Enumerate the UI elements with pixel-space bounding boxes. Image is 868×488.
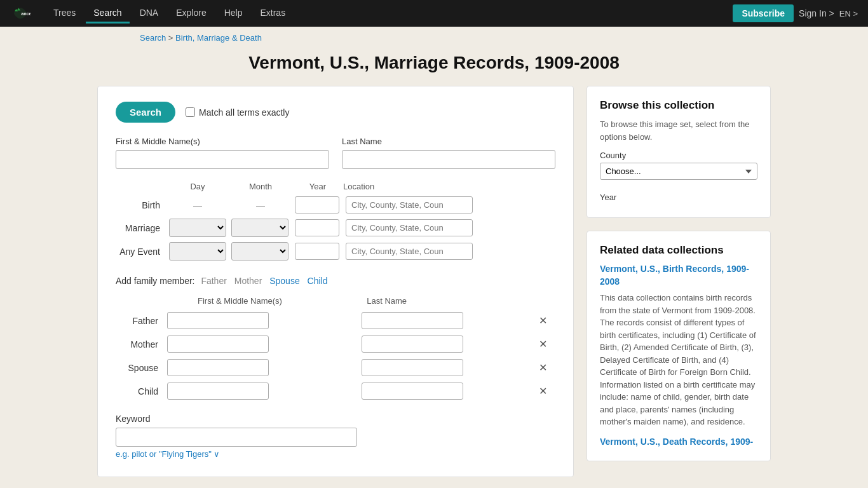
marriage-label: Marriage [116,216,166,240]
father-first-input[interactable] [167,312,269,329]
breadcrumb-search[interactable]: Search [140,33,166,43]
nav-links: Trees Search DNA Explore Help Extras [46,4,733,24]
browse-desc: To browse this image set, select from th… [600,118,757,143]
family-link-father[interactable]: Father [201,276,226,286]
keyword-section: Keyword e.g. pilot or "Flying Tigers" ∨ [116,414,555,459]
spouse-first-input[interactable] [167,359,269,376]
related-card: Related data collections Vermont, U.S., … [587,231,771,461]
county-label: County [600,151,757,160]
birth-label: Birth [116,194,166,216]
nav-extras[interactable]: Extras [252,4,293,24]
birth-location-input[interactable] [346,196,473,214]
first-name-input[interactable] [116,150,329,169]
keyword-label: Keyword [116,414,555,424]
spouse-remove-button[interactable]: ✕ [539,362,547,374]
spouse-label: Spouse [117,356,165,379]
first-name-group: First & Middle Name(s) [116,137,329,169]
family-link-mother[interactable]: Mother [234,276,262,286]
family-link-spouse[interactable]: Spouse [269,276,299,286]
child-remove-button[interactable]: ✕ [539,385,547,397]
last-name-input[interactable] [342,150,555,169]
mother-label: Mother [117,333,165,355]
sidebar: Browse this collection To browse this im… [587,86,771,477]
father-label: Father [117,309,165,332]
county-select[interactable]: Choose... [600,163,757,180]
any-event-location-input[interactable] [346,243,473,260]
keyword-input[interactable] [116,428,357,447]
col-day: Day [166,182,229,194]
last-name-label: Last Name [342,137,555,146]
event-table: Day Month Year Location Birth — — Marria [116,182,555,263]
mother-last-input[interactable] [362,336,463,353]
related-item-1: Vermont, U.S., Death Records, 1909- [600,436,757,449]
logo[interactable]: ancestry [10,6,31,20]
browse-card: Browse this collection To browse this im… [587,86,771,218]
col-location: Location [343,182,555,194]
marriage-day-select[interactable] [169,219,226,237]
breadcrumb-separator: > [168,33,175,43]
any-event-year-input[interactable] [295,243,339,260]
birth-day-dash: — [166,194,229,216]
any-event-day-select[interactable] [169,242,226,261]
nav-dna[interactable]: DNA [132,4,166,24]
nav-explore[interactable]: Explore [168,4,214,24]
name-row: First & Middle Name(s) Last Name [116,137,555,169]
any-event-month-select[interactable] [231,242,288,261]
spouse-last-input[interactable] [362,359,463,376]
family-row-child: Child ✕ [117,380,554,402]
mother-remove-button[interactable]: ✕ [539,338,547,350]
mother-first-input[interactable] [167,336,269,353]
family-row-spouse: Spouse ✕ [117,356,554,379]
child-first-input[interactable] [167,383,269,400]
related-title: Related data collections [600,244,757,257]
any-event-row: Any Event [116,240,555,263]
search-top: Search Match all terms exactly [116,102,555,123]
birth-year-input[interactable] [295,196,339,214]
subscribe-button[interactable]: Subscribe [733,4,794,22]
father-remove-button[interactable]: ✕ [539,315,547,327]
match-exact-text: Match all terms exactly [199,107,289,118]
year-label: Year [600,193,757,202]
nav-search[interactable]: Search [86,4,129,24]
signin-link[interactable]: Sign In > [799,8,834,18]
keyword-hint[interactable]: e.g. pilot or "Flying Tigers" ∨ [116,449,555,459]
main-layout: Search Match all terms exactly First & M… [85,86,783,488]
family-col-last: Last Name [360,296,534,308]
browse-title: Browse this collection [600,99,757,112]
match-exact-label[interactable]: Match all terms exactly [186,107,289,118]
family-link-child[interactable]: Child [308,276,328,286]
birth-row: Birth — — [116,194,555,216]
page-title: Vermont, U.S., Marriage Records, 1909-20… [0,53,868,73]
family-row-father: Father ✕ [117,309,554,332]
any-event-label: Any Event [116,240,166,263]
related-item-0: Vermont, U.S., Birth Records, 1909-2008 … [600,263,757,428]
birth-month-dash: — [229,194,292,216]
family-col-first: First & Middle Name(s) [166,296,359,308]
nav-trees[interactable]: Trees [46,4,83,24]
related-desc-0: This data collection contains birth reco… [600,292,757,428]
related-link-0[interactable]: Vermont, U.S., Birth Records, 1909-2008 [600,264,749,287]
main-nav: ancestry Trees Search DNA Explore Help E… [0,0,868,27]
family-row-mother: Mother ✕ [117,333,554,355]
nav-right: Subscribe Sign In > EN > [733,4,858,22]
marriage-month-select[interactable] [231,219,288,237]
marriage-year-input[interactable] [295,219,339,236]
marriage-row: Marriage [116,216,555,240]
breadcrumb: Search > Birth, Marriage & Death [0,27,868,46]
nav-help[interactable]: Help [217,4,250,24]
breadcrumb-category[interactable]: Birth, Marriage & Death [175,33,262,43]
match-exact-checkbox[interactable] [186,107,195,117]
father-last-input[interactable] [362,312,463,329]
search-panel: Search Match all terms exactly First & M… [97,86,574,477]
child-label: Child [117,380,165,402]
language-selector[interactable]: EN > [839,9,858,18]
marriage-location-input[interactable] [346,219,473,236]
family-table: First & Middle Name(s) Last Name Father … [116,295,555,403]
child-last-input[interactable] [362,383,463,400]
col-year: Year [292,182,343,194]
add-family-label: Add family member: [116,276,194,286]
search-button[interactable]: Search [116,102,175,123]
col-month: Month [229,182,292,194]
related-link-1[interactable]: Vermont, U.S., Death Records, 1909- [600,437,753,447]
svg-text:ancestry: ancestry [21,11,31,17]
